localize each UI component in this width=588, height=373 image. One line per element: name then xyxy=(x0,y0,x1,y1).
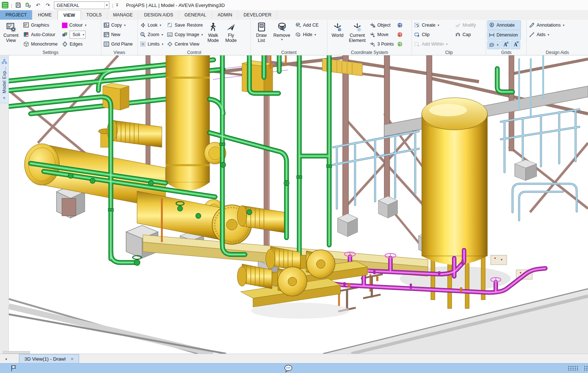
new-view-button[interactable]: New xyxy=(102,30,134,39)
dropdown-arrow-icon: ▾ xyxy=(563,23,564,27)
keyboard-grip-icon[interactable] xyxy=(568,365,580,372)
monochrome-button[interactable]: Monochrome xyxy=(22,39,59,49)
annotate-icon xyxy=(489,22,495,28)
annotations-button[interactable]: Annotations ▾ xyxy=(528,20,565,30)
current-element-button[interactable]: Current Element xyxy=(347,20,368,43)
remove-button[interactable]: Remove ▾ xyxy=(271,20,293,42)
quick-access-profile-combo[interactable]: GENERAL ▾ xyxy=(54,1,109,9)
zoom-button[interactable]: Zoom ▾ xyxy=(139,30,164,39)
aids-pen-icon xyxy=(529,32,535,38)
grids-display-toggle[interactable]: ▾ xyxy=(487,40,500,49)
modify-icon xyxy=(455,22,461,28)
view-tab-3d-view[interactable]: 3D View(1) - Drawl × xyxy=(19,354,79,363)
tab-home[interactable]: HOME xyxy=(32,10,58,20)
centre-view-button[interactable]: Centre View xyxy=(166,39,204,49)
model-explorer-icon xyxy=(1,59,7,65)
fly-mode-button[interactable]: Fly Mode xyxy=(222,20,240,43)
combo-dropdown-icon[interactable]: ▾ xyxy=(104,2,109,9)
auto-colour-button[interactable]: Auto-Colour xyxy=(22,30,59,39)
colour-button[interactable]: Colour ▾ xyxy=(61,20,87,30)
aids-button[interactable]: Aids ▾ xyxy=(528,30,565,39)
save-icon[interactable] xyxy=(15,1,22,9)
view-tab-bar: ▾ 3D View(1) - Drawl × xyxy=(0,354,588,363)
resize-grip-icon[interactable] xyxy=(584,365,588,372)
add-ce-icon xyxy=(295,22,301,28)
graphics-button[interactable]: Graphics xyxy=(22,20,59,30)
group-control: Look ▾ Zoom ▾ Limits ▾ Save R xyxy=(138,20,251,55)
save-view-button[interactable]: Save xyxy=(175,23,185,28)
colour-swatch xyxy=(62,23,67,28)
clip-cap-button[interactable]: Cap xyxy=(454,30,477,39)
customize-toolbar-icon[interactable]: ▾ xyxy=(116,4,118,7)
solid-row: Soli ▾ xyxy=(61,30,87,39)
tab-design-aids[interactable]: DESIGN AIDS xyxy=(139,10,179,20)
grid-text-decrease-button[interactable]: A xyxy=(511,40,520,49)
copy-view-button[interactable]: Copy ▾ xyxy=(102,20,134,30)
representation-dropdown[interactable]: Soli ▾ xyxy=(70,31,86,39)
world-button[interactable]: World xyxy=(328,20,347,38)
group-design-aids: Annotations ▾ Aids ▾ Design Aids xyxy=(527,20,588,55)
remove-drawlist-icon xyxy=(277,21,287,33)
current-view-button[interactable]: Current View xyxy=(1,20,21,43)
cs-three-points-button[interactable]: 3 Points xyxy=(369,39,395,49)
undo-icon[interactable]: ↶ xyxy=(34,1,42,9)
sphere-green-button[interactable] xyxy=(396,39,404,49)
clip-add-within-button[interactable]: Add Within ▾ xyxy=(413,39,449,49)
grid-plane-icon xyxy=(104,41,109,47)
sphere-red-button[interactable] xyxy=(396,30,404,39)
restore-view-button[interactable]: Restore xyxy=(187,23,203,28)
group-label-design-aids: Design Aids xyxy=(527,50,588,55)
grids-dimension-toggle[interactable]: Dimension xyxy=(487,30,521,40)
grid-text-increase-button[interactable]: A xyxy=(501,40,510,49)
model-explorer-close-icon[interactable]: × xyxy=(3,96,5,101)
dropdown-arrow-icon: ▾ xyxy=(497,43,498,47)
view-tab-label: 3D View(1) - Drawl xyxy=(24,356,66,362)
dropdown-arrow-icon: ▾ xyxy=(548,33,549,36)
tab-general[interactable]: GENERAL xyxy=(179,10,212,20)
model-explorer-tab-label: Model Exp... xyxy=(2,67,7,93)
tab-admin[interactable]: ADMIN xyxy=(212,10,238,20)
copy-image-button[interactable]: Copy Image ▾ xyxy=(166,30,204,39)
limits-button[interactable]: Limits ▾ xyxy=(139,39,164,49)
grid-plane-button[interactable]: Grid Plane xyxy=(102,39,134,49)
tab-project[interactable]: PROJECT xyxy=(0,10,32,20)
sphere-blue-button[interactable] xyxy=(396,20,404,30)
grids-annotate-toggle[interactable]: Annotate xyxy=(487,20,521,30)
walk-mode-button[interactable]: Walk Mode xyxy=(204,20,222,43)
dropdown-arrow-icon: ▾ xyxy=(83,33,84,36)
graphics-icon xyxy=(23,22,29,28)
cs-move-button[interactable]: Move xyxy=(369,30,395,39)
clip-modify-button[interactable]: Modify xyxy=(454,20,477,30)
clip-clip-button[interactable]: Clip xyxy=(413,30,449,39)
hide-button[interactable]: Hide ▾ xyxy=(294,30,320,39)
status-message-icon[interactable] xyxy=(284,365,293,373)
cs-object-button[interactable]: Object xyxy=(369,20,395,30)
view-tab-close-icon[interactable]: × xyxy=(71,356,74,362)
ribbon-view: Current View Graphics Auto-Colour Monoch… xyxy=(0,20,588,55)
tab-manage[interactable]: MANAGE xyxy=(108,10,139,20)
look-button[interactable]: Look ▾ xyxy=(139,20,164,30)
redo-icon[interactable]: ↷ xyxy=(44,1,51,9)
new-view-icon xyxy=(104,32,109,38)
tab-developer[interactable]: DEVELOPER xyxy=(238,10,277,20)
fly-mode-icon xyxy=(226,21,236,33)
edges-icon xyxy=(62,41,68,47)
dropdown-arrow-icon: ▾ xyxy=(162,42,163,46)
viewport-3d[interactable] xyxy=(9,55,588,354)
edges-button[interactable]: Edges xyxy=(61,39,87,49)
draw-list-button[interactable]: Draw List xyxy=(252,20,271,43)
object-axes-icon xyxy=(370,22,375,28)
tab-view[interactable]: VIEW xyxy=(58,10,81,20)
add-ce-button[interactable]: Add CE xyxy=(294,20,320,30)
view-tab-list-dropdown-icon[interactable]: ▾ xyxy=(0,357,12,363)
group-label-settings: Settings xyxy=(0,50,101,55)
database-icon[interactable] xyxy=(24,1,32,9)
tab-tools[interactable]: TOOLS xyxy=(81,10,108,20)
splitter-handle[interactable] xyxy=(3,351,30,354)
clip-create-icon xyxy=(414,22,420,28)
cap-icon xyxy=(455,32,461,38)
clip-create-button[interactable]: Create ▾ xyxy=(413,20,449,30)
model-explorer-tab[interactable]: Model Exp... × xyxy=(0,57,9,103)
app-logo-icon[interactable] xyxy=(2,2,8,8)
status-flag-icon[interactable] xyxy=(10,365,17,372)
